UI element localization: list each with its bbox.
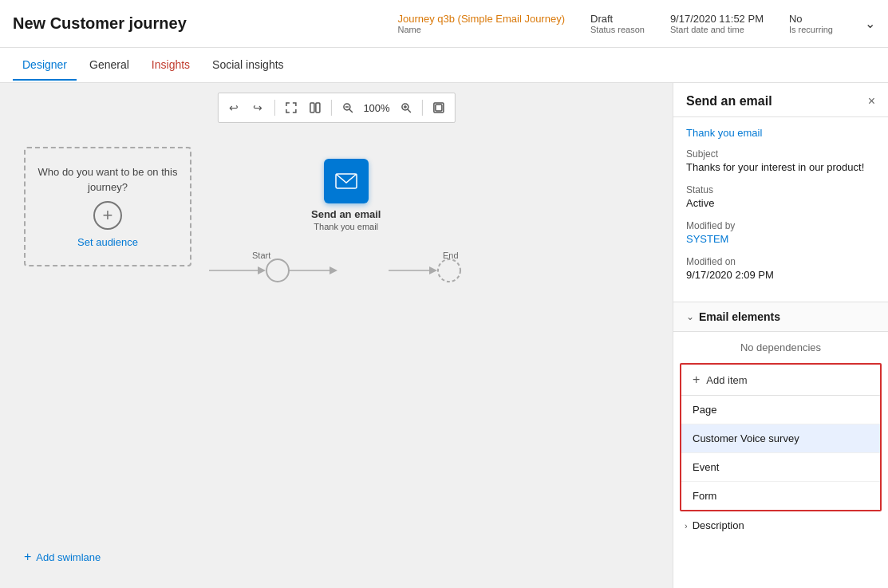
canvas-toolbar: ↩ ↪: [217, 93, 455, 123]
description-row[interactable]: › Description: [673, 511, 888, 539]
form-label: Form: [693, 490, 716, 502]
tab-general[interactable]: General: [80, 50, 139, 81]
tab-insights[interactable]: Insights: [142, 50, 199, 81]
svg-rect-10: [436, 105, 442, 111]
audience-box: Who do you want to be on this journey? +…: [24, 147, 191, 266]
email-node-sublabel: Thank you email: [314, 222, 378, 231]
meta-is-recurring-value: No: [789, 13, 803, 25]
meta-start-date-label: Start date and time: [670, 25, 744, 34]
add-swimlane-label: Add swimlane: [36, 551, 101, 563]
panel-header: Send an email ×: [673, 83, 888, 117]
header-expand-chevron[interactable]: ⌄: [865, 16, 875, 31]
email-node-label: Send an email: [311, 208, 381, 220]
email-elements-section[interactable]: ⌄ Email elements: [673, 302, 888, 332]
svg-point-13: [266, 259, 289, 282]
right-panel: Send an email × Thank you email Subject …: [673, 83, 888, 588]
svg-point-18: [438, 259, 460, 282]
section-chevron-icon: ⌄: [686, 311, 694, 322]
meta-start-date: 9/17/2020 11:52 PM Start date and time: [670, 13, 764, 34]
expand-button[interactable]: [279, 97, 302, 119]
end-label: End: [443, 251, 459, 260]
modified-on-value: 9/17/2020 2:09 PM: [686, 269, 875, 281]
description-label: Description: [693, 519, 744, 531]
email-link[interactable]: Thank you email: [686, 127, 875, 139]
tab-designer[interactable]: Designer: [13, 50, 77, 81]
subject-value: Thanks for your interest in our product!: [686, 161, 875, 173]
subject-field: Subject Thanks for your interest in our …: [686, 148, 875, 173]
tab-social-insights[interactable]: Social insights: [203, 50, 294, 81]
modified-by-label: Modified by: [686, 220, 875, 231]
panel-body: Thank you email Subject Thanks for your …: [673, 117, 888, 302]
main-area: ↩ ↪: [0, 83, 888, 588]
dropdown-item-customer-voice-survey[interactable]: Customer Voice survey: [681, 424, 880, 453]
zoom-value: 100%: [360, 102, 393, 114]
undo-button[interactable]: ↩: [223, 97, 245, 119]
email-node[interactable]: Send an email Thank you email: [311, 159, 381, 231]
add-item-dropdown: + Add item Page Customer Voice survey Ev…: [680, 363, 882, 511]
meta-name: Journey q3b (Simple Email Journey) Name: [397, 13, 565, 34]
meta-status-reason-value: Draft: [590, 13, 613, 25]
dropdown-item-page[interactable]: Page: [681, 396, 880, 424]
meta-status-reason: Draft Status reason: [590, 13, 645, 34]
svg-rect-1: [315, 103, 319, 112]
status-label: Status: [686, 184, 875, 195]
email-elements-title: Email elements: [699, 310, 780, 323]
fit-button[interactable]: [428, 97, 450, 119]
audience-box-text: Who do you want to be on this journey?: [26, 165, 190, 194]
no-dependencies-text: No dependencies: [673, 332, 888, 363]
modified-on-field: Modified on 9/17/2020 2:09 PM: [686, 256, 875, 281]
add-item-plus-icon: +: [693, 373, 700, 387]
meta-start-date-value: 9/17/2020 11:52 PM: [670, 13, 764, 25]
dropdown-item-form[interactable]: Form: [681, 482, 880, 510]
header: New Customer journey Journey q3b (Simple…: [0, 0, 888, 48]
subject-label: Subject: [686, 148, 875, 160]
zoom-out-button[interactable]: [336, 97, 358, 119]
add-swimlane-icon: +: [24, 550, 31, 564]
toolbar-sep-2: [330, 100, 331, 116]
audience-plus-button[interactable]: +: [93, 201, 122, 230]
page-title: New Customer journey: [13, 14, 187, 33]
customer-voice-survey-label: Customer Voice survey: [693, 432, 799, 444]
modified-by-value[interactable]: SYSTEM: [686, 233, 875, 245]
start-label: Start: [252, 251, 270, 260]
add-item-button[interactable]: + Add item: [681, 365, 880, 396]
status-field: Status Active: [686, 184, 875, 209]
panel-close-button[interactable]: ×: [868, 95, 875, 108]
header-meta: Journey q3b (Simple Email Journey) Name …: [397, 13, 875, 34]
meta-status-reason-label: Status reason: [590, 25, 645, 34]
modified-on-label: Modified on: [686, 256, 875, 267]
toolbar-sep-3: [422, 100, 423, 116]
page-label: Page: [693, 404, 716, 416]
meta-is-recurring: No Is recurring: [789, 13, 833, 34]
meta-name-label: Name: [397, 25, 420, 34]
description-chevron-icon: ›: [685, 521, 688, 531]
status-value: Active: [686, 197, 875, 209]
redo-button[interactable]: ↪: [247, 97, 269, 119]
svg-marker-12: [258, 266, 266, 274]
email-node-icon[interactable]: [324, 159, 369, 203]
svg-line-3: [349, 109, 352, 112]
meta-name-value: Journey q3b (Simple Email Journey): [397, 13, 565, 25]
toolbar-sep-1: [274, 100, 274, 116]
set-audience-link[interactable]: Set audience: [77, 236, 138, 248]
meta-is-recurring-label: Is recurring: [789, 25, 833, 34]
svg-marker-17: [429, 266, 437, 274]
add-swimlane-button[interactable]: + Add swimlane: [24, 550, 101, 564]
dropdown-item-event[interactable]: Event: [681, 453, 880, 482]
svg-marker-15: [330, 266, 337, 274]
event-label: Event: [693, 461, 719, 473]
side-by-side-button[interactable]: [303, 97, 326, 119]
panel-title: Send an email: [686, 94, 772, 109]
journey-canvas[interactable]: ↩ ↪: [0, 83, 673, 588]
add-item-label: Add item: [706, 374, 747, 386]
svg-line-6: [408, 109, 411, 112]
svg-rect-0: [310, 103, 314, 112]
zoom-in-button[interactable]: [395, 97, 417, 119]
tabs-bar: Designer General Insights Social insight…: [0, 48, 888, 83]
modified-by-field: Modified by SYSTEM: [686, 220, 875, 245]
